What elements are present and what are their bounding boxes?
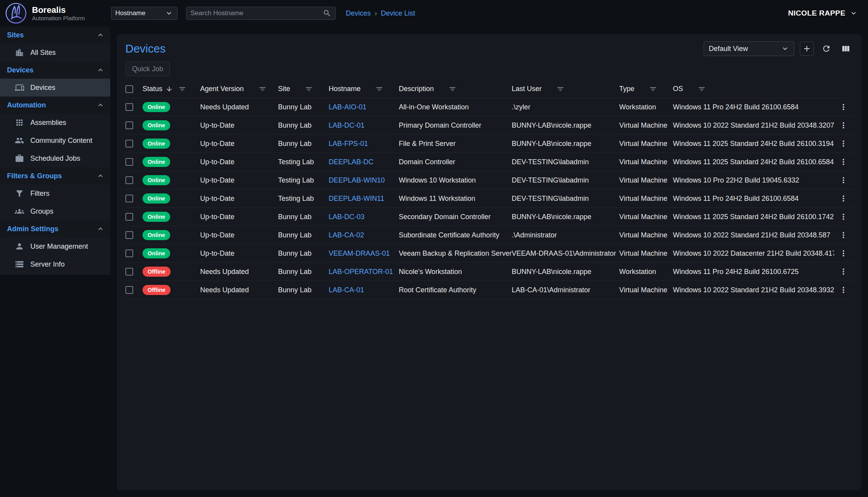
add-view-button[interactable]	[800, 42, 814, 56]
filter-icon[interactable]	[375, 85, 383, 93]
row-checkbox[interactable]	[125, 176, 133, 184]
sidebar-section-filters-groups[interactable]: Filters & Groups	[0, 167, 110, 184]
type-cell: Virtual Machine	[619, 140, 673, 148]
sidebar-item-assemblies[interactable]: Assemblies	[0, 114, 110, 132]
sidebar-section-devices[interactable]: Devices	[0, 61, 110, 79]
filter-icon[interactable]	[449, 85, 456, 93]
row-menu-kebab-icon[interactable]	[839, 139, 848, 148]
table-row[interactable]: Offline Needs Updated Bunny Lab LAB-CA-0…	[125, 281, 853, 299]
row-menu-kebab-icon[interactable]	[839, 157, 848, 167]
hostname-link[interactable]: DEEPLAB-DC	[329, 158, 399, 166]
breadcrumb-devices[interactable]: Devices	[346, 9, 371, 18]
sidebar-item-server-info[interactable]: Server Info	[0, 255, 110, 273]
hostname-link[interactable]: LAB-AIO-01	[329, 103, 399, 111]
column-header-hostname[interactable]: Hostname	[329, 85, 399, 93]
column-header-status[interactable]: Status	[143, 85, 200, 93]
table-row[interactable]: Online Needs Updated Bunny Lab LAB-AIO-0…	[125, 98, 853, 116]
search-input[interactable]	[190, 9, 323, 17]
search-icon[interactable]	[323, 9, 331, 18]
table-row[interactable]: Online Up-to-Date Bunny Lab LAB-FPS-01 F…	[125, 135, 853, 153]
row-checkbox[interactable]	[125, 286, 133, 294]
table-row[interactable]: Online Up-to-Date Bunny Lab LAB-DC-01 Pr…	[125, 116, 853, 135]
row-menu-kebab-icon[interactable]	[839, 121, 848, 130]
breadcrumb-separator: ›	[375, 9, 377, 18]
column-header-site[interactable]: Site	[278, 85, 329, 93]
row-checkbox[interactable]	[125, 158, 133, 166]
sidebar-section-automation[interactable]: Automation	[0, 97, 110, 114]
row-checkbox[interactable]	[125, 121, 133, 129]
row-menu-kebab-icon[interactable]	[839, 285, 848, 295]
sidebar-item-scheduled-jobs[interactable]: Scheduled Jobs	[0, 149, 110, 167]
row-menu-kebab-icon[interactable]	[839, 176, 848, 185]
row-menu-kebab-icon[interactable]	[839, 249, 848, 258]
row-menu-kebab-icon[interactable]	[839, 212, 848, 221]
search-field-select[interactable]: Hostname	[111, 7, 178, 20]
view-select[interactable]: Default View	[704, 41, 794, 56]
column-header-os[interactable]: OS	[673, 85, 834, 93]
sidebar-item-devices[interactable]: Devices	[0, 79, 110, 97]
table-row[interactable]: Online Up-to-Date Bunny Lab VEEAM-DRAAS-…	[125, 244, 853, 263]
row-checkbox[interactable]	[125, 268, 133, 276]
row-menu-kebab-icon[interactable]	[839, 230, 848, 240]
filter-icon[interactable]	[556, 85, 564, 93]
column-header-description[interactable]: Description	[399, 85, 512, 93]
table-row[interactable]: Online Up-to-Date Bunny Lab LAB-CA-02 Su…	[125, 226, 853, 244]
table-row[interactable]: Online Up-to-Date Testing Lab DEEPLAB-WI…	[125, 190, 853, 208]
device-table-body: Online Needs Updated Bunny Lab LAB-AIO-0…	[125, 98, 853, 299]
sidebar-item-user-management[interactable]: User Management	[0, 237, 110, 255]
select-all-checkbox[interactable]	[125, 85, 133, 93]
filter-icon[interactable]	[649, 85, 657, 93]
column-header-last-user[interactable]: Last User	[512, 85, 619, 93]
sidebar-section-sites[interactable]: Sites	[0, 26, 110, 44]
hostname-link[interactable]: LAB-FPS-01	[329, 140, 399, 148]
table-row[interactable]: Offline Needs Updated Bunny Lab LAB-OPER…	[125, 263, 853, 281]
devices-panel: Devices Default View Quick Job Status	[117, 34, 861, 490]
type-cell: Workstation	[619, 268, 673, 276]
sidebar-item-label: Assemblies	[30, 119, 66, 127]
hostname-link[interactable]: LAB-CA-01	[329, 286, 399, 294]
last-user-cell: BUNNY-LAB\nicole.rappe	[512, 213, 619, 221]
row-checkbox[interactable]	[125, 249, 133, 257]
hostname-link[interactable]: LAB-CA-02	[329, 231, 399, 239]
hostname-link[interactable]: DEEPLAB-WIN10	[329, 176, 399, 184]
sidebar-item-all-sites[interactable]: All Sites	[0, 44, 110, 61]
hostname-link[interactable]: LAB-OPERATOR-01	[329, 268, 399, 276]
brand-subtitle: Automation Platform	[32, 15, 85, 21]
sidebar-item-label: Devices	[30, 84, 55, 92]
columns-button[interactable]	[839, 42, 853, 56]
status-badge: Online	[143, 175, 170, 185]
filter-icon[interactable]	[178, 85, 186, 93]
row-menu-kebab-icon[interactable]	[839, 267, 848, 276]
sidebar-item-community-content[interactable]: Community Content	[0, 132, 110, 149]
row-checkbox[interactable]	[125, 103, 133, 111]
hostname-link[interactable]: VEEAM-DRAAS-01	[329, 249, 399, 258]
hostname-link[interactable]: DEEPLAB-WIN11	[329, 195, 399, 203]
table-row[interactable]: Online Up-to-Date Bunny Lab LAB-DC-03 Se…	[125, 208, 853, 226]
column-header-agent-version[interactable]: Agent Version	[200, 85, 278, 93]
filter-icon[interactable]	[305, 85, 313, 93]
row-checkbox[interactable]	[125, 213, 133, 221]
row-checkbox[interactable]	[125, 195, 133, 202]
sidebar-nav: Sites All Sites Devices Devices Automati…	[0, 26, 110, 275]
hostname-link[interactable]: LAB-DC-01	[329, 121, 399, 130]
sidebar-item-filters[interactable]: Filters	[0, 184, 110, 202]
sidebar-section-admin-settings[interactable]: Admin Settings	[0, 220, 110, 237]
filter-icon[interactable]	[698, 85, 706, 93]
row-checkbox[interactable]	[125, 140, 133, 148]
status-badge: Online	[143, 139, 170, 149]
table-row[interactable]: Online Up-to-Date Testing Lab DEEPLAB-DC…	[125, 153, 853, 171]
table-row[interactable]: Online Up-to-Date Testing Lab DEEPLAB-WI…	[125, 171, 853, 190]
last-user-cell: .\Administrator	[512, 231, 619, 239]
sort-desc-icon[interactable]	[166, 85, 173, 93]
row-checkbox[interactable]	[125, 231, 133, 239]
filter-icon[interactable]	[259, 85, 266, 93]
user-menu[interactable]: NICOLE RAPPE	[788, 9, 858, 18]
row-menu-kebab-icon[interactable]	[839, 102, 848, 112]
row-menu-kebab-icon[interactable]	[839, 194, 848, 203]
quick-job-button[interactable]: Quick Job	[125, 61, 170, 76]
hostname-link[interactable]: LAB-DC-03	[329, 213, 399, 221]
sidebar-item-groups[interactable]: Groups	[0, 202, 110, 220]
refresh-button[interactable]	[819, 42, 833, 56]
column-header-type[interactable]: Type	[619, 85, 673, 93]
breadcrumb-device-list[interactable]: Device List	[381, 9, 415, 18]
